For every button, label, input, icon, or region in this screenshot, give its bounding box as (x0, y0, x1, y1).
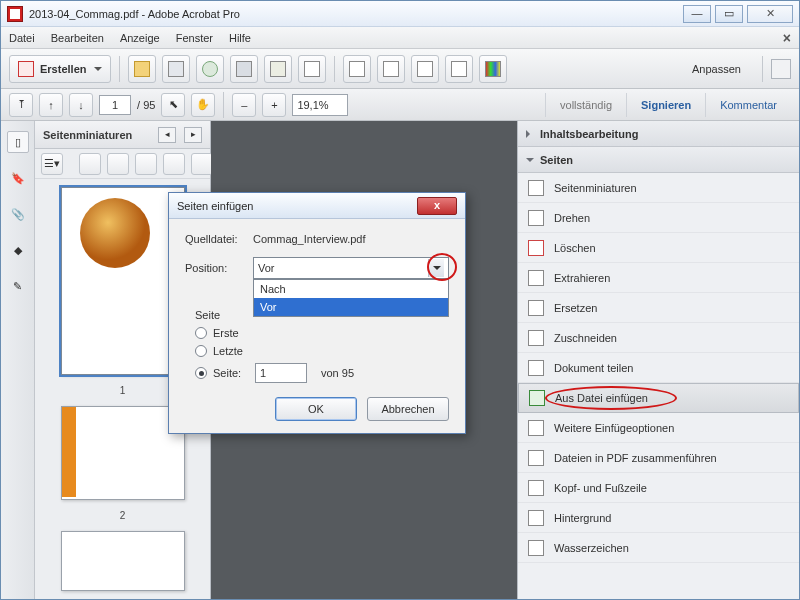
color-button[interactable] (479, 55, 507, 83)
position-select[interactable]: Vor Nach Vor (253, 257, 449, 279)
menu-fenster[interactable]: Fenster (174, 30, 215, 46)
save-button[interactable] (162, 55, 190, 83)
page-icon: ▯ (15, 136, 21, 149)
page-total: / 95 (137, 99, 155, 111)
thumb-options-button[interactable]: ☰▾ (41, 153, 63, 175)
zoom-in-icon: + (271, 99, 277, 111)
create-button[interactable]: Erstellen (9, 55, 111, 83)
insert-icon (529, 390, 545, 406)
dialog-close-button[interactable]: x (417, 197, 457, 215)
vtab-bookmarks[interactable]: 🔖 (7, 167, 29, 189)
cloud-button[interactable] (196, 55, 224, 83)
position-row: Position: Vor Nach Vor (185, 257, 449, 279)
forms-button[interactable] (411, 55, 439, 83)
replace-icon (528, 300, 544, 316)
tool-more-insert[interactable]: Weitere Einfügeoptionen (518, 413, 799, 443)
radio-page[interactable]: Seite: 1 von 95 (195, 363, 449, 383)
option-vor[interactable]: Vor (254, 298, 448, 316)
dialog-buttons: OK Abbrechen (185, 397, 449, 421)
toolbar-nav: ⤒ ↑ ↓ 1 / 95 ⬉ ✋ – + 19,1% vollständig S… (1, 89, 799, 121)
option-nach[interactable]: Nach (254, 280, 448, 298)
page-number-input[interactable]: 1 (255, 363, 307, 383)
source-row: Quelldatei: Commag_Interview.pdf (185, 233, 449, 245)
of-pages-label: von 95 (321, 367, 354, 379)
separator (762, 56, 763, 82)
tool-watermark[interactable]: Wasserzeichen (518, 533, 799, 563)
edit-text-button[interactable] (343, 55, 371, 83)
maximize-button[interactable]: ▭ (715, 5, 743, 23)
tab-tools[interactable]: vollständig (545, 93, 626, 117)
ok-button[interactable]: OK (275, 397, 357, 421)
customize-label: Anpassen (692, 63, 741, 75)
first-page-button[interactable]: ⤒ (9, 93, 33, 117)
tool-insert-from-file[interactable]: Aus Datei einfügen (518, 383, 799, 413)
minimize-button[interactable]: — (683, 5, 711, 23)
radio-first[interactable]: Erste (195, 327, 449, 339)
print-button[interactable] (230, 55, 258, 83)
tool-split[interactable]: Dokument teilen (518, 353, 799, 383)
select-tool-button[interactable]: ⬉ (161, 93, 185, 117)
zoom-in-button[interactable]: + (262, 93, 286, 117)
thumb-extract-button[interactable] (107, 153, 129, 175)
prev-page-button[interactable]: ↑ (39, 93, 63, 117)
tool-delete[interactable]: Löschen (518, 233, 799, 263)
menu-anzeige[interactable]: Anzeige (118, 30, 162, 46)
multimedia-icon (451, 61, 467, 77)
radio-last[interactable]: Letzte (195, 345, 449, 357)
dialog-title: Seiten einfügen (177, 200, 417, 212)
share-button[interactable] (298, 55, 326, 83)
tool-header-footer[interactable]: Kopf- und Fußzeile (518, 473, 799, 503)
thumb-insert-button[interactable] (79, 153, 101, 175)
vtab-signatures[interactable]: ✎ (7, 275, 29, 297)
zoom-out-button[interactable]: – (232, 93, 256, 117)
thumb-delete-button[interactable] (163, 153, 185, 175)
menu-hilfe[interactable]: Hilfe (227, 30, 253, 46)
next-page-button[interactable]: ↓ (69, 93, 93, 117)
separator (119, 56, 120, 82)
mail-button[interactable] (264, 55, 292, 83)
open-button[interactable] (128, 55, 156, 83)
vtab-attachments[interactable]: 📎 (7, 203, 29, 225)
share-icon (304, 61, 320, 77)
tool-background[interactable]: Hintergrund (518, 503, 799, 533)
doc-close-icon[interactable]: × (781, 28, 793, 48)
thumb-replace-button[interactable] (135, 153, 157, 175)
zoom-select[interactable]: 19,1% (292, 94, 348, 116)
toolbar-main: Erstellen Anpassen (1, 49, 799, 89)
panel-prev-button[interactable]: ◂ (158, 127, 176, 143)
tool-label: Drehen (554, 212, 590, 224)
tool-rotate[interactable]: Drehen (518, 203, 799, 233)
thumbnail-page-2[interactable] (61, 406, 185, 500)
thumb-rotate-button[interactable] (191, 153, 213, 175)
customize-button[interactable]: Anpassen (682, 63, 754, 75)
hand-tool-button[interactable]: ✋ (191, 93, 215, 117)
cancel-button[interactable]: Abbrechen (367, 397, 449, 421)
tab-comment[interactable]: Kommentar (705, 93, 791, 117)
accordion-content-editing[interactable]: Inhaltsbearbeitung (518, 121, 799, 147)
menu-datei[interactable]: Datei (7, 30, 37, 46)
thumbnail-label-2: 2 (120, 510, 126, 521)
export-button[interactable] (377, 55, 405, 83)
tool-extract[interactable]: Extrahieren (518, 263, 799, 293)
menu-bearbeiten[interactable]: Bearbeiten (49, 30, 106, 46)
tool-replace[interactable]: Ersetzen (518, 293, 799, 323)
tab-sign[interactable]: Signieren (626, 93, 705, 117)
tool-combine[interactable]: Dateien in PDF zusammenführen (518, 443, 799, 473)
tool-crop[interactable]: Zuschneiden (518, 323, 799, 353)
vtab-layers[interactable]: ◆ (7, 239, 29, 261)
tool-label: Dateien in PDF zusammenführen (554, 452, 717, 464)
close-button[interactable]: ✕ (747, 5, 793, 23)
radio-icon (195, 327, 207, 339)
cursor-icon: ⬉ (169, 98, 178, 111)
vtab-thumbnails[interactable]: ▯ (7, 131, 29, 153)
page-input[interactable]: 1 (99, 95, 131, 115)
tool-thumbnails[interactable]: Seitenminiaturen (518, 173, 799, 203)
multimedia-button[interactable] (445, 55, 473, 83)
thumbnail-page-1[interactable] (61, 187, 185, 375)
text-icon (349, 61, 365, 77)
fullscreen-button[interactable] (771, 59, 791, 79)
accordion-pages[interactable]: Seiten (518, 147, 799, 173)
thumbnail-page-3[interactable] (61, 531, 185, 591)
paperclip-icon: 📎 (11, 208, 25, 221)
panel-next-button[interactable]: ▸ (184, 127, 202, 143)
